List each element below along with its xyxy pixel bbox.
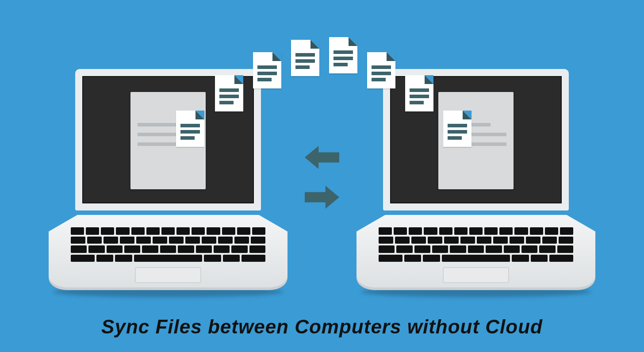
laptop-trackpad [135,267,201,283]
laptop-base [356,215,595,290]
file-document-icon [405,75,433,111]
laptop-icon [49,60,288,290]
file-document-icon [253,52,281,88]
file-document-icon [291,40,319,76]
file-document-icon [215,75,243,111]
laptop-base [49,215,288,290]
laptop-icon [356,60,595,290]
arrow-right-icon [305,186,339,209]
arrow-left-icon [305,146,339,169]
laptop-keyboard [71,227,265,262]
diagram-stage: Sync Files between Computers without Clo… [0,0,644,352]
file-document-icon [443,111,472,147]
file-document-icon [329,37,357,73]
laptop-keyboard [379,227,573,262]
laptop-trackpad [443,267,509,283]
file-document-icon [176,111,204,147]
diagram-caption: Sync Files between Computers without Clo… [0,316,644,338]
file-document-icon [367,52,395,88]
